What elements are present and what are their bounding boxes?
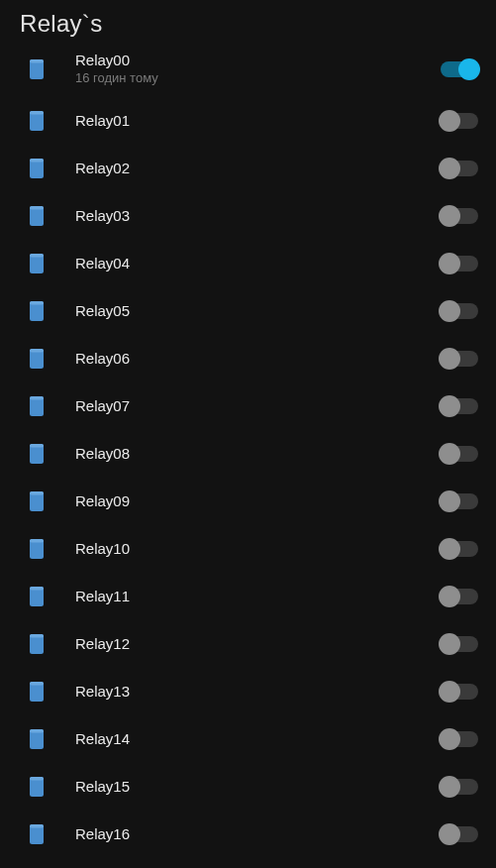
relay-name: Relay12 xyxy=(75,635,441,653)
relay-icon-col xyxy=(30,301,75,321)
relay-name: Relay08 xyxy=(75,445,441,463)
relay-name: Relay14 xyxy=(75,730,441,748)
toggle-thumb xyxy=(439,253,460,274)
svg-rect-29 xyxy=(30,729,44,733)
relay-icon-col xyxy=(30,824,75,844)
relay-icon-col xyxy=(30,396,75,416)
relay-name: Relay09 xyxy=(75,492,441,510)
svg-rect-15 xyxy=(30,396,44,400)
svg-rect-33 xyxy=(30,824,44,828)
svg-rect-27 xyxy=(30,682,44,686)
relay-icon-col xyxy=(30,539,75,559)
relay-icon-col xyxy=(30,59,75,79)
relay-label-col: Relay07 xyxy=(75,397,441,415)
svg-rect-23 xyxy=(30,587,44,591)
device-icon xyxy=(30,111,44,131)
relay-toggle[interactable] xyxy=(441,256,478,271)
relay-row[interactable]: Relay14 xyxy=(0,715,496,763)
device-icon xyxy=(30,682,44,702)
toggle-thumb xyxy=(439,681,460,703)
relay-icon-col xyxy=(30,111,75,131)
relay-toggle[interactable] xyxy=(441,61,478,77)
relay-name: Relay11 xyxy=(75,588,441,605)
relay-toggle[interactable] xyxy=(441,303,478,319)
device-icon xyxy=(30,587,44,606)
device-icon xyxy=(30,634,44,654)
relay-row[interactable]: Relay0016 годин тому xyxy=(0,42,496,97)
relay-icon-col xyxy=(30,349,75,369)
relay-toggle[interactable] xyxy=(441,398,478,414)
relay-row[interactable]: Relay15 xyxy=(0,763,496,811)
relay-toggle[interactable] xyxy=(441,541,478,557)
toggle-thumb xyxy=(439,348,460,370)
relay-name: Relay02 xyxy=(75,160,441,177)
relay-toggle[interactable] xyxy=(441,636,478,652)
device-icon xyxy=(30,59,44,79)
device-icon xyxy=(30,349,44,369)
svg-rect-31 xyxy=(30,777,44,781)
toggle-thumb xyxy=(439,443,460,465)
relay-toggle[interactable] xyxy=(441,208,478,224)
device-icon xyxy=(30,777,44,797)
relay-toggle[interactable] xyxy=(441,446,478,462)
relay-label-col: Relay06 xyxy=(75,350,441,368)
toggle-thumb xyxy=(439,490,460,512)
relay-icon-col xyxy=(30,254,75,273)
relay-name: Relay07 xyxy=(75,397,441,415)
relay-icon-col xyxy=(30,444,75,464)
relay-row[interactable]: Relay06 xyxy=(0,335,496,382)
relay-label-col: Relay05 xyxy=(75,302,441,320)
relay-label-col: Relay09 xyxy=(75,492,441,510)
relay-toggle[interactable] xyxy=(441,684,478,700)
relay-label-col: Relay12 xyxy=(75,635,441,653)
toggle-thumb xyxy=(439,586,460,607)
relay-toggle[interactable] xyxy=(441,161,478,176)
device-icon xyxy=(30,491,44,511)
relay-row[interactable]: Relay09 xyxy=(0,478,496,525)
relay-label-col: Relay04 xyxy=(75,255,441,272)
relay-name: Relay00 xyxy=(75,52,441,69)
relay-list: Relay0016 годин тому Relay01 Relay02 Rel… xyxy=(0,42,496,858)
relay-toggle[interactable] xyxy=(441,351,478,367)
toggle-thumb xyxy=(439,158,460,179)
relay-row[interactable]: Relay12 xyxy=(0,620,496,668)
relay-label-col: Relay08 xyxy=(75,445,441,463)
toggle-thumb xyxy=(439,728,460,750)
svg-rect-3 xyxy=(30,111,44,115)
relay-toggle[interactable] xyxy=(441,826,478,842)
relay-name: Relay15 xyxy=(75,778,441,796)
relay-name: Relay16 xyxy=(75,825,441,843)
relay-toggle[interactable] xyxy=(441,779,478,795)
relay-row[interactable]: Relay02 xyxy=(0,145,496,192)
relay-row[interactable]: Relay11 xyxy=(0,573,496,620)
relay-toggle[interactable] xyxy=(441,113,478,129)
relay-label-col: Relay13 xyxy=(75,683,441,701)
relay-row[interactable]: Relay03 xyxy=(0,192,496,240)
relay-row[interactable]: Relay07 xyxy=(0,382,496,430)
relay-toggle[interactable] xyxy=(441,731,478,747)
toggle-thumb xyxy=(439,538,460,560)
toggle-thumb xyxy=(439,633,460,655)
relay-row[interactable]: Relay08 xyxy=(0,430,496,478)
relay-row[interactable]: Relay04 xyxy=(0,240,496,287)
relay-toggle[interactable] xyxy=(441,493,478,509)
relay-label-col: Relay0016 годин тому xyxy=(75,52,441,86)
relay-name: Relay03 xyxy=(75,207,441,225)
relay-row[interactable]: Relay16 xyxy=(0,811,496,858)
relay-label-col: Relay14 xyxy=(75,730,441,748)
device-icon xyxy=(30,729,44,749)
relay-label-col: Relay02 xyxy=(75,160,441,177)
toggle-thumb xyxy=(439,823,460,845)
svg-rect-21 xyxy=(30,539,44,543)
relay-label-col: Relay10 xyxy=(75,540,441,558)
relay-row[interactable]: Relay13 xyxy=(0,668,496,715)
relays-panel: Relay`s Relay0016 годин тому Relay01 Rel… xyxy=(0,0,496,868)
device-icon xyxy=(30,301,44,321)
relay-row[interactable]: Relay10 xyxy=(0,525,496,573)
relay-icon-col xyxy=(30,491,75,511)
relay-toggle[interactable] xyxy=(441,589,478,604)
device-icon xyxy=(30,444,44,464)
relay-row[interactable]: Relay01 xyxy=(0,97,496,145)
device-icon xyxy=(30,159,44,178)
relay-row[interactable]: Relay05 xyxy=(0,287,496,335)
